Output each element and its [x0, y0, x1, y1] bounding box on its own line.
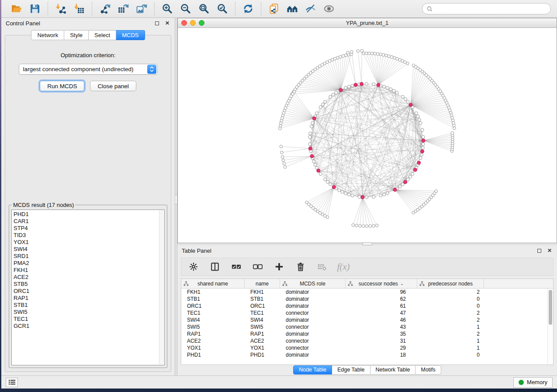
splitter-grip[interactable]	[175, 195, 177, 204]
leaf-node[interactable]	[279, 127, 282, 130]
mcds-hub-node[interactable]	[312, 117, 316, 120]
table-cell[interactable]: dominator	[280, 317, 346, 323]
table-cell[interactable]: YOX1	[181, 345, 245, 351]
column-header-successor-nodes[interactable]: successor nodes⌄	[346, 279, 417, 288]
table-cell[interactable]: 35	[346, 331, 417, 337]
float-panel-icon[interactable]	[154, 20, 160, 26]
list-scrollbar[interactable]	[159, 210, 164, 364]
table-cell[interactable]: connector	[280, 338, 346, 344]
table-cell[interactable]: 43	[346, 324, 417, 330]
tab-mcds[interactable]: MCDS	[116, 30, 145, 40]
mcds-hub-node[interactable]	[317, 169, 320, 172]
mcds-result-item[interactable]: SRD1	[14, 253, 164, 260]
table-cell[interactable]: 46	[346, 317, 417, 323]
zoom-out-icon[interactable]	[178, 2, 193, 16]
ring-node[interactable]	[365, 83, 368, 86]
table-cell[interactable]: STB1	[181, 296, 245, 302]
ring-node[interactable]	[422, 146, 425, 149]
ring-node[interactable]	[404, 98, 407, 101]
table-cell[interactable]: FKH1	[245, 289, 280, 295]
table-cell[interactable]: dominator	[280, 289, 346, 295]
column-header-MCDS-role[interactable]: MCDS role	[280, 279, 346, 288]
leaf-node[interactable]	[362, 225, 365, 228]
leaf-node[interactable]	[326, 216, 329, 219]
ring-node[interactable]	[312, 160, 315, 163]
mcds-result-item[interactable]: SWI4	[14, 246, 164, 253]
table-cell[interactable]: SWI4	[181, 317, 245, 323]
leaf-node[interactable]	[369, 225, 372, 228]
table-scrollbar[interactable]	[547, 289, 553, 364]
table-cell[interactable]: PHD1	[181, 352, 245, 358]
zoom-selected-icon[interactable]	[215, 2, 230, 16]
ring-node[interactable]	[314, 163, 317, 166]
column-header-predecessor-nodes[interactable]: predecessor nodes	[417, 279, 484, 288]
tab-edge-table[interactable]: Edge Table	[332, 365, 370, 375]
mcds-hub-node[interactable]	[332, 186, 336, 189]
leaf-node[interactable]	[412, 64, 415, 67]
ring-node[interactable]	[386, 192, 389, 195]
table-cell[interactable]: 29	[346, 345, 417, 351]
table-cell[interactable]: connector	[280, 310, 346, 316]
splitter-grip[interactable]	[363, 242, 372, 245]
zoom-in-icon[interactable]	[160, 2, 175, 16]
table-cell[interactable]: 47	[346, 310, 417, 316]
ring-node[interactable]	[421, 128, 424, 131]
leaf-node[interactable]	[393, 56, 396, 59]
leaf-node[interactable]	[346, 51, 349, 54]
mcds-hub-node[interactable]	[310, 155, 314, 158]
ring-node[interactable]	[395, 91, 398, 94]
leaf-node[interactable]	[342, 55, 345, 58]
leaf-node[interactable]	[339, 55, 342, 58]
leaf-node[interactable]	[356, 50, 360, 53]
table-cell[interactable]: SWI5	[181, 324, 245, 330]
export-table-icon[interactable]	[116, 2, 131, 16]
column-header-shared-name[interactable]: shared name	[181, 279, 245, 288]
table-cell[interactable]: connector	[280, 345, 346, 351]
ring-node[interactable]	[326, 180, 329, 183]
leaf-node[interactable]	[283, 162, 286, 165]
table-cell[interactable]: dominator	[280, 303, 346, 309]
table-cell[interactable]: TEC1	[245, 310, 280, 316]
ring-node[interactable]	[319, 172, 322, 175]
mcds-hub-node[interactable]	[308, 147, 312, 150]
ring-node[interactable]	[372, 196, 375, 199]
ring-node[interactable]	[347, 85, 350, 88]
import-table-icon[interactable]	[72, 2, 86, 16]
table-cell[interactable]: TEC1	[181, 310, 245, 316]
table-cell[interactable]: 0	[417, 296, 484, 302]
table-cell[interactable]: YOX1	[245, 345, 280, 351]
show-panels-button[interactable]	[6, 378, 18, 387]
table-cell[interactable]: ACE2	[245, 338, 280, 344]
ring-node[interactable]	[351, 84, 354, 87]
mcds-hub-node[interactable]	[422, 139, 425, 142]
table-cell[interactable]: PHD1	[245, 352, 280, 358]
table-cell[interactable]: dominator	[280, 331, 346, 337]
ring-node[interactable]	[347, 193, 350, 196]
table-cell[interactable]: 61	[346, 303, 417, 309]
run-mcds-button[interactable]: Run MCDS	[40, 81, 84, 91]
scrollbar-thumb[interactable]	[549, 290, 552, 325]
select-all-icon[interactable]	[231, 261, 242, 272]
mcds-result-item[interactable]: ORC1	[14, 288, 164, 295]
leaf-node[interactable]	[352, 224, 355, 227]
show-columns-icon[interactable]	[210, 261, 220, 272]
table-cell[interactable]: FKH1	[181, 289, 245, 295]
ring-node[interactable]	[351, 194, 354, 197]
leaf-node[interactable]	[281, 155, 284, 158]
table-cell[interactable]: SWI5	[245, 324, 280, 330]
mcds-result-item[interactable]: STB1	[14, 302, 164, 309]
ring-node[interactable]	[310, 125, 313, 128]
table-cell[interactable]: 2	[417, 317, 484, 323]
mcds-hub-node[interactable]	[413, 168, 417, 172]
table-settings-icon[interactable]	[188, 261, 199, 272]
mcds-result-item[interactable]: CAR1	[14, 218, 164, 225]
mcds-hub-node[interactable]	[360, 83, 363, 86]
save-session-icon[interactable]	[28, 2, 42, 16]
network-from-selection-icon[interactable]	[266, 2, 281, 16]
mcds-result-item[interactable]: STP4	[14, 225, 164, 232]
tab-style[interactable]: Style	[64, 30, 89, 40]
ring-node[interactable]	[324, 178, 327, 181]
leaf-node[interactable]	[355, 224, 358, 227]
export-network-icon[interactable]	[97, 2, 112, 16]
table-cell[interactable]: 2	[417, 289, 484, 295]
